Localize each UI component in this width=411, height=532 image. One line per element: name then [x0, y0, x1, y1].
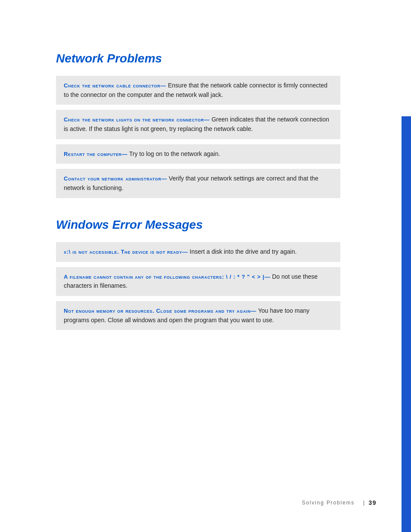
network-box-2-label: Check the network lights on the network …	[64, 116, 210, 123]
windows-section: Windows Error Messages x:\ is not access…	[56, 218, 340, 333]
windows-box-1: x:\ is not accessible. The device is not…	[56, 242, 340, 262]
network-section-title: Network Problems	[56, 52, 340, 65]
network-box-4: Contact your network administrator— Veri…	[56, 169, 340, 198]
network-section: Network Problems Check the network cable…	[56, 52, 340, 201]
network-boxes-group: Check the network cable connector— Ensur…	[56, 76, 340, 201]
network-box-3-label: Restart the computer—	[64, 151, 128, 157]
network-box-4-label: Contact your network administrator—	[64, 175, 167, 182]
windows-box-3-label: Not enough memory or resources. Close so…	[64, 308, 256, 314]
network-box-3: Restart the computer— Try to log on to t…	[56, 144, 340, 164]
windows-box-2: A filename cannot contain any of the fol…	[56, 267, 340, 296]
footer-label: Solving Problems	[302, 500, 355, 506]
windows-section-title: Windows Error Messages	[56, 218, 340, 232]
footer-divider: |	[363, 500, 365, 506]
windows-boxes-group: x:\ is not accessible. The device is not…	[56, 242, 340, 333]
network-box-1: Check the network cable connector— Ensur…	[56, 76, 340, 105]
network-box-3-text: Try to log on to the network again.	[129, 150, 220, 157]
windows-box-1-label: x:\ is not accessible. The device is not…	[64, 249, 188, 255]
windows-box-2-label: A filename cannot contain any of the fol…	[64, 274, 271, 280]
page-footer: Solving Problems | 39	[0, 499, 398, 506]
footer-page-number: 39	[369, 499, 377, 506]
windows-box-1-text: Insert a disk into the drive and try aga…	[190, 248, 296, 255]
sidebar-color-bar	[402, 116, 411, 532]
windows-box-3: Not enough memory or resources. Close so…	[56, 301, 340, 330]
network-box-2: Check the network lights on the network …	[56, 110, 340, 139]
page-content: Network Problems Check the network cable…	[0, 0, 375, 384]
network-box-1-label: Check the network cable connector—	[64, 82, 166, 89]
